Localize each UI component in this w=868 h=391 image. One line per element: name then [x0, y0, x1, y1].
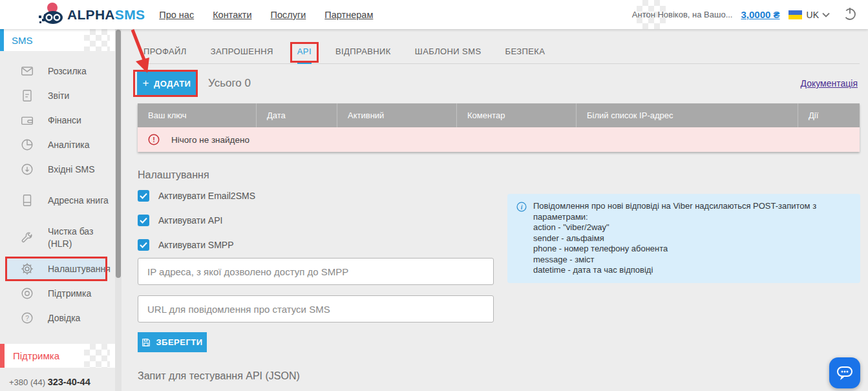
checkbox-checked-icon [138, 239, 149, 251]
sidebar-item-pidtrymka[interactable]: Підтримка [0, 281, 115, 306]
pixel-decoration-sms [84, 29, 110, 51]
support-section-title: Підтримка [13, 350, 59, 361]
user-greeting: Антон Новіков, на Вашо... [632, 10, 733, 19]
tab-security[interactable]: БЕЗПЕКА [505, 44, 545, 64]
nav-link-about[interactable]: Про нас [159, 10, 194, 20]
floppy-icon [142, 338, 151, 347]
api-test-heading: Запит для тестування API (JSON) [138, 370, 300, 382]
table-empty-state: ! Нічого не знайдено [138, 127, 860, 152]
support-phone[interactable]: +380 (44) 323-40-44 [9, 377, 90, 387]
col-date: Дата [257, 103, 337, 127]
checkbox-smpp[interactable]: Активувати SMPP [138, 239, 255, 251]
lifebuoy-icon [19, 286, 35, 301]
chat-widget-button[interactable] [829, 357, 860, 388]
incoming-icon [19, 162, 35, 176]
settings-heading: Налаштування [138, 169, 209, 181]
wrench-icon [19, 231, 35, 245]
col-your-key: Ваш ключ [138, 103, 257, 127]
nav-link-partners[interactable]: Партнерам [324, 10, 373, 20]
smpp-ip-input[interactable] [138, 258, 494, 285]
tab-sms-templates[interactable]: ШАБЛОНИ SMS [415, 44, 482, 64]
sidebar-item-chystka-baz[interactable]: Чистка баз (HLR) [0, 219, 115, 257]
gear-icon [19, 262, 35, 276]
info-icon: i [516, 202, 527, 222]
wallet-icon [19, 113, 35, 127]
settings-checkboxes: Активувати Email2SMS Активувати API Акти… [138, 190, 255, 264]
sidebar-scrollbar-thumb[interactable] [116, 30, 121, 278]
checkbox-checked-icon [138, 190, 149, 202]
envelope-icon [19, 64, 35, 78]
checkbox-api[interactable]: Активувати API [138, 215, 255, 226]
sidebar-item-analityka[interactable]: Аналітика [0, 132, 115, 157]
top-nav: Про нас Контакти Послуги Партнерам [159, 10, 373, 20]
address-book-icon [19, 193, 35, 207]
viber-info-box: i Повідомлення про нові відповіді на Vib… [507, 194, 860, 283]
settings-tabs: ПРОФАЙЛ ЗАПРОШЕННЯ API ВІДПРАВНИК ШАБЛОН… [143, 44, 545, 64]
ukraine-flag-icon [789, 10, 802, 19]
pie-chart-icon [19, 138, 35, 152]
svg-text:?: ? [25, 315, 29, 322]
svg-text:i: i [521, 204, 523, 211]
table-header-row: Ваш ключ Дата Активний Коментар Білий сп… [138, 103, 860, 127]
top-header: ALPHASMS Про нас Контакти Послуги Партне… [0, 0, 868, 29]
empty-message: Нічого не знайдено [171, 135, 249, 145]
save-button[interactable]: ЗБЕРЕГТИ [138, 332, 207, 352]
app-window: ALPHASMS Про нас Контакти Послуги Партне… [0, 0, 868, 391]
sidebar-item-adresna-knyga[interactable]: Адресна книга [0, 182, 115, 219]
col-comment: Коментар [457, 103, 577, 127]
pixel-decoration-support [84, 344, 110, 368]
documentation-link[interactable]: Документація [801, 78, 858, 89]
sidebar-section-title: SMS [12, 35, 33, 46]
tab-invitations[interactable]: ЗАПРОШЕННЯ [211, 44, 273, 64]
sidebar: SMS Розсилка Звіти Фінанси [0, 29, 115, 391]
tab-api[interactable]: API [297, 44, 312, 64]
tab-sender[interactable]: ВІДПРАВНИК [335, 44, 391, 64]
logout-power-button[interactable] [841, 6, 859, 24]
tab-profile[interactable]: ПРОФАЙЛ [143, 44, 187, 64]
add-key-button[interactable]: + ДОДАТИ [137, 72, 196, 95]
status-url-input[interactable] [138, 295, 494, 322]
chat-bubble-icon [836, 364, 854, 382]
col-actions: Дії [798, 103, 860, 127]
nav-link-contacts[interactable]: Контакти [213, 10, 251, 20]
document-icon [19, 89, 35, 103]
svg-text:!: ! [153, 136, 155, 143]
sidebar-item-nalashtuvannya[interactable]: Налаштування [0, 257, 115, 281]
sidebar-item-vhidni-sms[interactable]: Вхідні SMS [0, 157, 115, 182]
total-count-label: Усього 0 [208, 77, 251, 90]
sidebar-item-rozsylka[interactable]: Розсилка [0, 59, 115, 83]
logo-icon [37, 1, 65, 28]
logo-text: ALPHASMS [67, 7, 145, 23]
logo[interactable]: ALPHASMS [37, 1, 145, 28]
language-label[interactable]: UK [807, 10, 819, 20]
user-cluster: Антон Новіков, на Вашо... 3,0000 ₴ UK [632, 0, 859, 29]
api-keys-table: Ваш ключ Дата Активний Коментар Білий сп… [138, 103, 860, 152]
col-active: Активний [337, 103, 457, 127]
col-ip-whitelist: Білий список IP-адрес [577, 103, 798, 127]
help-icon: ? [19, 311, 35, 325]
checkbox-checked-icon [138, 215, 149, 226]
checkbox-email2sms[interactable]: Активувати Email2SMS [138, 190, 255, 202]
balance-link[interactable]: 3,0000 ₴ [741, 9, 779, 20]
sidebar-item-zvity[interactable]: Звіти [0, 83, 115, 108]
chevron-down-icon[interactable] [822, 12, 830, 17]
sidebar-item-dovidka[interactable]: ? Довідка [0, 306, 115, 330]
sidebar-item-finansy[interactable]: Фінанси [0, 108, 115, 132]
warning-icon: ! [148, 134, 160, 145]
nav-link-services[interactable]: Послуги [270, 10, 306, 20]
sidebar-menu: Розсилка Звіти Фінанси Аналітика [0, 51, 115, 330]
plus-icon: + [143, 77, 149, 90]
